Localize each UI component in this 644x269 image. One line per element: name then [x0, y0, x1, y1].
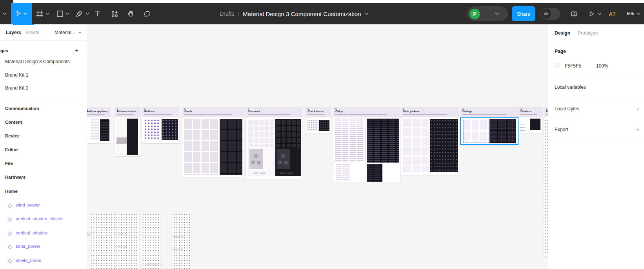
zoom-level[interactable]: 5% — [625, 3, 636, 24]
component-name[interactable]: vertical_shades — [16, 231, 47, 235]
layer-name[interactable]: Hardware — [5, 175, 25, 179]
component-name[interactable]: wind_power — [16, 203, 40, 207]
thumbnail-dark — [430, 119, 458, 172]
frame-buttons[interactable]: Buttons — [142, 107, 179, 143]
frame-dividers[interactable]: Dividers — [518, 107, 542, 134]
component-name[interactable]: shield_moon — [16, 258, 41, 263]
frame-tool-chevron[interactable] — [44, 3, 50, 24]
present-chevron[interactable] — [596, 3, 602, 24]
thumbnail-light — [184, 119, 218, 175]
accessibility-badge[interactable]: A? — [607, 3, 617, 24]
tab-file-name[interactable]: Material... — [55, 24, 75, 41]
dev-mode-toggle[interactable]: </> — [540, 8, 560, 20]
page-fill-swatch[interactable] — [555, 63, 560, 68]
component-row[interactable]: vertical_shades_closed — [0, 214, 87, 223]
page-name[interactable]: Material Design 3 Components — [5, 59, 70, 64]
page-row[interactable]: Brand Kit 2 — [0, 83, 87, 93]
layer-name[interactable]: Content — [5, 120, 22, 124]
canvas-overlay-label: Image — [116, 245, 127, 249]
resources-tool-button[interactable] — [109, 3, 120, 24]
layer-row[interactable]: # File — [0, 159, 87, 168]
tab-design[interactable]: Design — [555, 24, 570, 41]
collapse-caret-icon[interactable] — [78, 24, 82, 41]
layer-row[interactable]: # Communication — [0, 104, 87, 113]
library-button[interactable] — [569, 3, 580, 24]
comment-tool-button[interactable] — [142, 3, 153, 24]
add-style-button[interactable]: + — [636, 105, 640, 112]
frame-tool-button[interactable] — [35, 3, 45, 24]
tab-prototype[interactable]: Prototype — [578, 24, 598, 41]
frame-chips[interactable]: Chips — [333, 107, 400, 183]
zoom-chevron[interactable] — [635, 3, 642, 24]
frame-hardware-icons[interactable] — [116, 214, 139, 269]
frame-sliver[interactable]: F — [544, 107, 548, 256]
overflow-chevron-icon[interactable] — [1, 3, 9, 24]
pen-tool-button[interactable] — [74, 3, 85, 24]
add-export-button[interactable]: + — [636, 126, 640, 133]
thumbnail-dark — [319, 120, 329, 131]
page-row[interactable]: Material Design 3 Components — [0, 57, 87, 66]
component-row[interactable]: shield_moon — [0, 256, 87, 265]
shape-tool-chevron[interactable] — [64, 3, 70, 24]
move-tool-button[interactable] — [11, 3, 32, 24]
thumbnail-strip — [545, 119, 548, 254]
layer-name[interactable]: Home — [5, 189, 18, 194]
component-name[interactable]: solar_power — [16, 244, 40, 249]
layer-row[interactable]: # Hardware — [0, 172, 87, 182]
account-menu[interactable]: P — [467, 6, 508, 21]
component-row[interactable]: wind_power — [0, 200, 87, 210]
page-fill-opacity[interactable]: 100% — [596, 63, 608, 69]
frame-checkboxes[interactable]: Checkboxes — [306, 107, 331, 134]
tab-layers[interactable]: Layers — [6, 24, 21, 41]
thumbnail-light — [520, 119, 529, 131]
frame-bottom-sheets[interactable]: Bottom sheets — [115, 107, 140, 156]
canvas-overlay-label: Navigation — [145, 262, 163, 266]
component-row[interactable]: solar_power — [0, 242, 87, 251]
layer-name[interactable]: Device — [5, 134, 20, 138]
frame-bottom-app-bars[interactable]: Bottom app bars — [87, 107, 111, 143]
layer-name[interactable]: Communication — [5, 106, 39, 111]
frame-title: Carousel — [248, 110, 300, 113]
frame-date-pickers[interactable]: Date pickers — [401, 107, 459, 175]
page-fill-hex[interactable]: F5F5F5 — [565, 63, 581, 69]
layer-row[interactable]: # Device — [0, 131, 87, 141]
frame-maps-icons[interactable] — [143, 214, 160, 269]
avatar[interactable]: P — [469, 9, 480, 19]
breadcrumb-project[interactable]: Drafts — [220, 11, 234, 17]
frame-places-icons[interactable] — [172, 214, 191, 269]
frame-cards[interactable]: Cards — [182, 107, 244, 177]
file-title[interactable]: Material Design 3 Component Customizatio… — [243, 11, 361, 17]
frame-icon: # — [0, 148, 0, 152]
frame-carousel[interactable]: Carousel — [246, 107, 302, 179]
present-button[interactable] — [587, 3, 596, 24]
layer-row[interactable]: # Editor — [0, 145, 87, 154]
canvas[interactable]: Bottom a... Bottom ... Buttons Cards Car… — [87, 24, 548, 269]
file-menu-chevron-icon[interactable] — [365, 13, 369, 15]
left-sidebar: Layers Assets Material... Pages + Materi… — [0, 24, 87, 269]
local-styles-label[interactable]: Local styles — [555, 106, 579, 112]
page-name[interactable]: Brand Kit 1 — [5, 72, 28, 78]
component-diamond-icon — [7, 244, 12, 251]
figma-app: T Drafts / Material Design 3 Component C… — [0, 0, 644, 269]
component-name[interactable]: vertical_shades_closed — [16, 216, 63, 221]
share-button[interactable]: Share — [512, 6, 535, 21]
thumbnail-light — [116, 119, 127, 155]
layer-name[interactable]: File — [5, 161, 13, 166]
component-row[interactable]: vertical_shades — [0, 228, 87, 238]
export-label[interactable]: Export — [555, 127, 568, 132]
hand-tool-button[interactable] — [126, 3, 136, 24]
tab-assets[interactable]: Assets — [25, 24, 39, 41]
page-name[interactable]: Brand Kit 2 — [5, 85, 28, 91]
layer-name[interactable]: Editor — [5, 147, 18, 152]
text-tool-button[interactable]: T — [93, 3, 103, 24]
thumbnail-dark — [220, 119, 242, 175]
local-variables-label[interactable]: Local variables — [555, 84, 586, 90]
layer-row[interactable]: # Home — [0, 187, 87, 196]
selected-dialogs-thumbnail[interactable] — [460, 117, 518, 145]
frame-title: Checkboxes — [307, 110, 329, 113]
layer-row[interactable]: # Content — [0, 117, 87, 127]
pen-tool-chevron[interactable] — [84, 3, 91, 24]
add-page-button[interactable]: + — [75, 48, 78, 54]
page-row[interactable]: Brand Kit 1 — [0, 70, 87, 80]
divider — [548, 97, 644, 97]
